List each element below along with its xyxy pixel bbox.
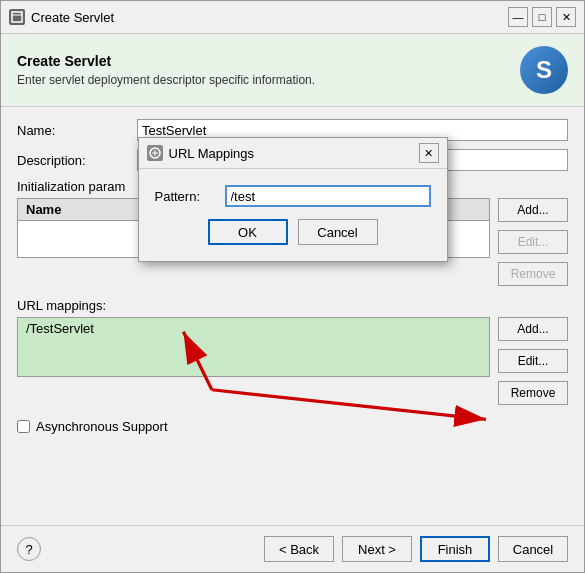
back-button[interactable]: < Back	[264, 536, 334, 562]
dialog-cancel-button[interactable]: Cancel	[298, 219, 378, 245]
pattern-input[interactable]	[225, 185, 431, 207]
help-button[interactable]: ?	[17, 537, 41, 561]
dialog-overlay: URL Mappings ✕ Pattern: OK Cancel	[1, 107, 584, 525]
footer-left: ?	[17, 537, 41, 561]
url-mappings-dialog: URL Mappings ✕ Pattern: OK Cancel	[138, 137, 448, 262]
dialog-close-button[interactable]: ✕	[419, 143, 439, 163]
dialog-title-bar: URL Mappings ✕	[139, 138, 447, 169]
finish-button[interactable]: Finish	[420, 536, 490, 562]
main-window: Create Servlet — □ ✕ Create Servlet Ente…	[0, 0, 585, 573]
maximize-button[interactable]: □	[532, 7, 552, 27]
dialog-buttons: OK Cancel	[155, 219, 431, 245]
window-title: Create Servlet	[31, 10, 114, 25]
pattern-row: Pattern:	[155, 185, 431, 207]
minimize-button[interactable]: —	[508, 7, 528, 27]
pattern-label: Pattern:	[155, 189, 225, 204]
dialog-body: Pattern: OK Cancel	[139, 169, 447, 261]
window-icon	[9, 9, 25, 25]
window-controls: — □ ✕	[508, 7, 576, 27]
svg-rect-0	[12, 12, 22, 22]
header-description: Enter servlet deployment descriptor spec…	[17, 73, 315, 87]
header-title: Create Servlet	[17, 53, 315, 69]
next-button[interactable]: Next >	[342, 536, 412, 562]
header-text: Create Servlet Enter servlet deployment …	[17, 53, 315, 87]
header-section: Create Servlet Enter servlet deployment …	[1, 34, 584, 107]
close-button[interactable]: ✕	[556, 7, 576, 27]
dialog-title-left: URL Mappings	[147, 145, 255, 161]
header-icon: S	[520, 46, 568, 94]
dialog-icon	[147, 145, 163, 161]
footer: ? < Back Next > Finish Cancel	[1, 525, 584, 572]
dialog-ok-button[interactable]: OK	[208, 219, 288, 245]
footer-right: < Back Next > Finish Cancel	[264, 536, 568, 562]
main-content: Name: Description: Initialization param …	[1, 107, 584, 525]
dialog-title-text: URL Mappings	[169, 146, 255, 161]
title-bar: Create Servlet — □ ✕	[1, 1, 584, 34]
cancel-button[interactable]: Cancel	[498, 536, 568, 562]
